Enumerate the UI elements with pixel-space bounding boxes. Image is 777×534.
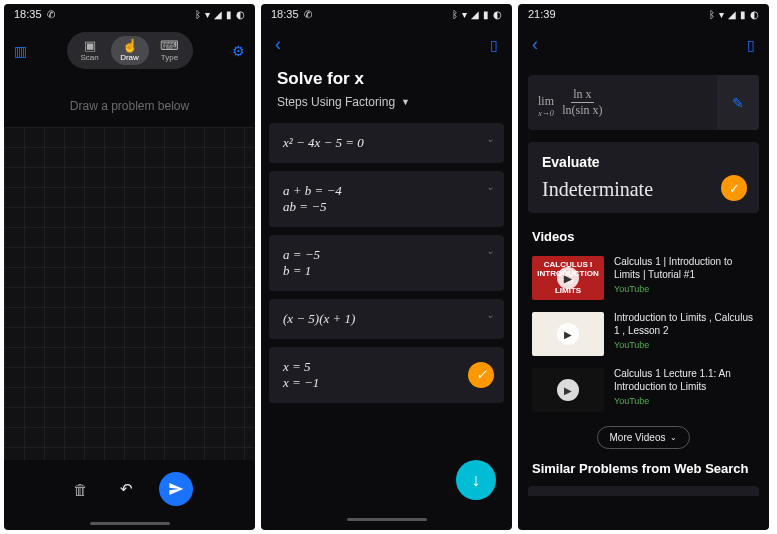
result-value: Indeterminate — [542, 178, 745, 201]
step-card[interactable]: x² − 4x − 5 = 0 ⌄ — [269, 123, 504, 163]
pencil-icon: ✎ — [732, 95, 744, 111]
wifi-icon: ▾ — [719, 9, 724, 20]
status-bar: 18:35 ✆ ᛒ ▾ ◢ ▮ ◐ — [261, 4, 512, 24]
scroll-down-button[interactable]: ↓ — [456, 460, 496, 500]
video-thumbnail: CALCULUS I INTRODUCTION TO LIMITS ▶ — [532, 256, 604, 300]
method-dropdown[interactable]: Steps Using Factoring ▼ — [261, 95, 512, 119]
keyboard-icon: ⌨ — [160, 39, 179, 52]
bluetooth-icon: ᛒ — [195, 9, 201, 20]
mode-scan[interactable]: ▣ Scan — [71, 36, 109, 65]
video-thumbnail: ▶ — [532, 312, 604, 356]
limit-sub: x→0 — [538, 109, 554, 118]
back-button[interactable]: ‹ — [532, 34, 538, 55]
step-card-final[interactable]: x = 5 x = −1 ✓ — [269, 347, 504, 403]
bottom-toolbar: 🗑 ↶ — [4, 460, 255, 522]
video-item[interactable]: ▶ Calculus 1 Lecture 1.1: An Introductio… — [518, 362, 769, 418]
video-title: Calculus 1 | Introduction to Limits | Tu… — [614, 256, 755, 281]
back-button[interactable]: ‹ — [275, 34, 281, 55]
settings-icon[interactable]: ⚙ — [232, 43, 245, 59]
video-title: Introduction to Limits , Calculus 1 , Le… — [614, 312, 755, 337]
signal-icon: ◢ — [214, 9, 222, 20]
submit-button[interactable] — [159, 472, 193, 506]
video-source: YouTube — [614, 340, 755, 350]
mode-type[interactable]: ⌨ Type — [151, 36, 189, 65]
video-source: YouTube — [614, 396, 755, 406]
video-item[interactable]: ▶ Introduction to Limits , Calculus 1 , … — [518, 306, 769, 362]
result-card: Evaluate Indeterminate ✓ — [528, 142, 759, 213]
screen-solve-steps: 18:35 ✆ ᛒ ▾ ◢ ▮ ◐ ‹ ▯ Solve for x Steps … — [261, 4, 512, 530]
expression-card: lim x→0 ln x ln(sin x) ✎ — [528, 75, 759, 130]
draw-hint: Draw a problem below — [4, 77, 255, 127]
status-time: 18:35 — [14, 8, 42, 20]
chevron-down-icon: ⌄ — [486, 245, 494, 256]
signal-icon: ◢ — [471, 9, 479, 20]
video-title: Calculus 1 Lecture 1.1: An Introduction … — [614, 368, 755, 393]
status-time: 21:39 — [528, 8, 556, 20]
status-bar: 18:35 ✆ ᛒ ▾ ◢ ▮ ◐ — [4, 4, 255, 24]
step-card[interactable]: a = −5 b = 1 ⌄ — [269, 235, 504, 291]
fraction-numerator: ln x — [571, 87, 593, 103]
chevron-down-icon: ⌄ — [486, 133, 494, 144]
status-bar: 21:39 ᛒ ▾ ◢ ▮ ◐ — [518, 4, 769, 24]
hand-icon: ☝ — [122, 39, 138, 52]
step-equation: x² − 4x − 5 = 0 — [283, 135, 364, 150]
status-time: 18:35 — [271, 8, 299, 20]
chevron-down-icon: ⌄ — [486, 309, 494, 320]
step-card[interactable]: (x − 5)(x + 1) ⌄ — [269, 299, 504, 339]
undo-button[interactable]: ↶ — [113, 475, 141, 503]
page-title: Solve for x — [261, 65, 512, 95]
wifi-icon: ▾ — [205, 9, 210, 20]
mode-draw-label: Draw — [120, 53, 139, 62]
more-videos-button[interactable]: More Videos ⌄ — [597, 426, 691, 449]
step-equation: a = −5 b = 1 — [283, 247, 320, 278]
fraction-denominator: ln(sin x) — [560, 103, 604, 118]
circle-icon: ◐ — [750, 9, 759, 20]
videos-header: Videos — [518, 219, 769, 250]
draw-canvas[interactable] — [4, 127, 255, 460]
home-indicator — [347, 518, 427, 521]
signal-icon: ◢ — [728, 9, 736, 20]
mode-draw[interactable]: ☝ Draw — [111, 36, 149, 65]
play-icon: ▶ — [557, 323, 579, 345]
edit-expression-button[interactable]: ✎ — [717, 75, 759, 130]
top-bar: ‹ ▯ — [518, 24, 769, 65]
result-heading: Evaluate — [542, 154, 745, 170]
chevron-down-icon: ⌄ — [486, 181, 494, 192]
circle-icon: ◐ — [236, 9, 245, 20]
bluetooth-icon: ᛒ — [452, 9, 458, 20]
video-thumbnail: ▶ — [532, 368, 604, 412]
step-equation: (x − 5)(x + 1) — [283, 311, 355, 326]
more-videos-label: More Videos — [610, 432, 666, 443]
chevron-down-icon: ⌄ — [670, 433, 677, 442]
delete-button[interactable]: 🗑 — [67, 475, 95, 503]
screen-evaluate-result: 21:39 ᛒ ▾ ◢ ▮ ◐ ‹ ▯ lim x→0 ln x ln(sin … — [518, 4, 769, 530]
top-bar: ‹ ▯ — [261, 24, 512, 65]
top-bar: ▥ ▣ Scan ☝ Draw ⌨ Type ⚙ — [4, 24, 255, 77]
whatsapp-icon: ✆ — [47, 9, 55, 20]
screen-draw: 18:35 ✆ ᛒ ▾ ◢ ▮ ◐ ▥ ▣ Scan ☝ Draw ⌨ Type — [4, 4, 255, 530]
battery-icon: ▮ — [740, 9, 746, 20]
solution-check-icon: ✓ — [468, 362, 494, 388]
bookmark-icon[interactable]: ▯ — [490, 37, 498, 53]
play-icon: ▶ — [557, 379, 579, 401]
similar-card-preview — [528, 486, 759, 496]
mode-type-label: Type — [161, 53, 178, 62]
step-equation: x = 5 x = −1 — [283, 359, 319, 390]
send-icon — [168, 481, 184, 497]
whatsapp-icon: ✆ — [304, 9, 312, 20]
bluetooth-icon: ᛒ — [709, 9, 715, 20]
circle-icon: ◐ — [493, 9, 502, 20]
battery-icon: ▮ — [483, 9, 489, 20]
mode-scan-label: Scan — [80, 53, 98, 62]
chevron-down-icon: ▼ — [401, 97, 410, 107]
input-mode-switch: ▣ Scan ☝ Draw ⌨ Type — [67, 32, 193, 69]
video-item[interactable]: CALCULUS I INTRODUCTION TO LIMITS ▶ Calc… — [518, 250, 769, 306]
wifi-icon: ▾ — [462, 9, 467, 20]
panel-icon[interactable]: ▥ — [14, 43, 27, 59]
home-indicator — [90, 522, 170, 525]
step-card[interactable]: a + b = −4 ab = −5 ⌄ — [269, 171, 504, 227]
camera-icon: ▣ — [84, 39, 96, 52]
step-equation: a + b = −4 ab = −5 — [283, 183, 342, 214]
bookmark-icon[interactable]: ▯ — [747, 37, 755, 53]
method-label: Steps Using Factoring — [277, 95, 395, 109]
